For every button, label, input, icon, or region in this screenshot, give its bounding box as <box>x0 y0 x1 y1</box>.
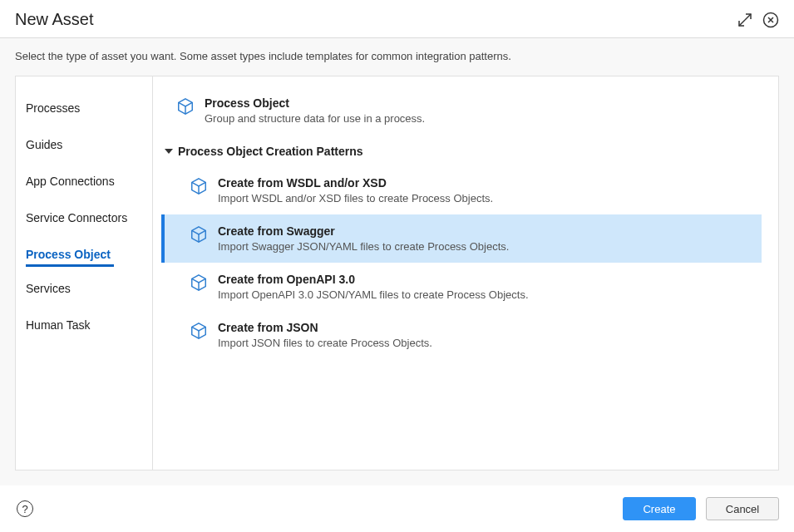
dialog-footer: ? Create Cancel <box>0 485 794 532</box>
pattern-row-json[interactable]: Create from JSON Import JSON files to cr… <box>161 311 762 359</box>
content-wrap: Processes Guides App Connections Service… <box>0 76 794 485</box>
cube-icon <box>190 177 210 199</box>
cube-icon <box>190 322 210 343</box>
pattern-row-wsdl-xsd[interactable]: Create from WSDL and/or XSD Import WSDL … <box>161 166 762 214</box>
sidebar: Processes Guides App Connections Service… <box>16 76 153 470</box>
pattern-row-swagger[interactable]: Create from Swagger Import Swagger JSON/… <box>161 214 762 263</box>
patterns-list: Create from WSDL and/or XSD Import WSDL … <box>161 166 762 359</box>
cube-icon <box>190 273 210 295</box>
sidebar-item-services[interactable]: Services <box>26 273 74 303</box>
titlebar-actions <box>737 12 779 28</box>
cancel-button[interactable]: Cancel <box>706 497 779 520</box>
pattern-desc: Import WSDL and/or XSD files to create P… <box>218 192 493 204</box>
caret-down-icon <box>165 149 173 154</box>
help-icon[interactable]: ? <box>17 500 33 517</box>
pattern-title: Create from JSON <box>218 321 432 334</box>
pattern-desc: Import OpenAPI 3.0 JSON/YAML files to cr… <box>218 288 529 301</box>
sidebar-item-processes[interactable]: Processes <box>26 93 83 123</box>
dialog-title: New Asset <box>15 10 93 29</box>
dialog-titlebar: New Asset <box>0 0 794 38</box>
cube-icon <box>176 97 196 119</box>
sidebar-item-service-connectors[interactable]: Service Connectors <box>26 203 131 233</box>
sidebar-item-human-task[interactable]: Human Task <box>26 310 94 340</box>
patterns-section-header[interactable]: Process Object Creation Patterns <box>165 145 762 158</box>
asset-type-desc: Group and structure data for use in a pr… <box>205 112 425 125</box>
main-panel: Processes Guides App Connections Service… <box>15 76 779 470</box>
main-area: Process Object Group and structure data … <box>153 76 778 470</box>
create-button[interactable]: Create <box>623 497 696 520</box>
cube-icon <box>190 225 210 247</box>
pattern-title: Create from WSDL and/or XSD <box>218 176 493 190</box>
patterns-section-title: Process Object Creation Patterns <box>178 145 363 158</box>
sidebar-item-guides[interactable]: Guides <box>26 130 66 160</box>
pattern-title: Create from Swagger <box>218 224 509 238</box>
pattern-title: Create from OpenAPI 3.0 <box>218 273 529 286</box>
close-icon[interactable] <box>762 12 779 28</box>
sidebar-item-process-object[interactable]: Process Object <box>26 239 114 267</box>
expand-icon[interactable] <box>737 12 752 27</box>
asset-type-row[interactable]: Process Object Group and structure data … <box>161 91 762 133</box>
pattern-desc: Import Swagger JSON/YAML files to create… <box>218 240 509 253</box>
pattern-desc: Import JSON files to create Process Obje… <box>218 337 432 349</box>
dialog-subtitle: Select the type of asset you want. Some … <box>0 38 794 76</box>
asset-type-title: Process Object <box>205 96 425 110</box>
sidebar-item-app-connections[interactable]: App Connections <box>26 166 118 196</box>
pattern-row-openapi[interactable]: Create from OpenAPI 3.0 Import OpenAPI 3… <box>161 263 762 311</box>
